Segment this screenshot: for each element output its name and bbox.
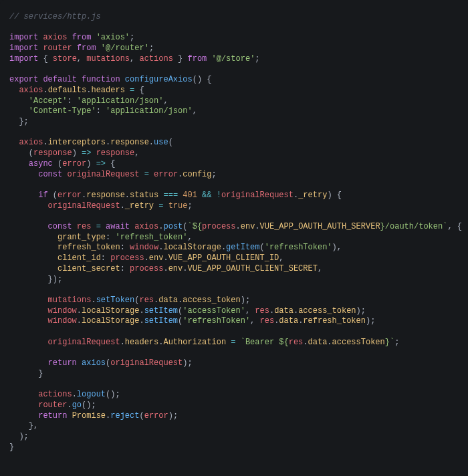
- str: '@/router': [101, 43, 149, 53]
- id: mutations: [86, 54, 130, 64]
- punct: ;: [187, 201, 192, 211]
- kw-import: import: [9, 33, 38, 42]
- id: router: [43, 43, 72, 53]
- punct: (: [29, 148, 33, 158]
- punct: .: [144, 253, 149, 263]
- id: window: [48, 316, 77, 326]
- kw-import: import: [9, 43, 38, 53]
- punct: ,: [163, 96, 168, 106]
- punct: .: [163, 264, 168, 273]
- punct: ;: [394, 338, 399, 347]
- id: res: [139, 295, 154, 305]
- punct: .: [120, 338, 125, 347]
- punct: ,: [245, 306, 255, 316]
- punct: :: [106, 233, 115, 242]
- kw-return: return: [38, 411, 67, 421]
- str: 'refreshToken': [183, 316, 250, 326]
- prop: localStorage: [163, 243, 221, 252]
- punct: ;: [212, 170, 217, 179]
- const: VUE_APP_OAUTH_CLIENT_SECRET: [187, 264, 317, 273]
- prop: data: [274, 306, 294, 316]
- kw-async: async: [29, 159, 53, 168]
- fn: go: [72, 400, 82, 410]
- kw-await: await: [106, 222, 130, 231]
- id: axios: [43, 33, 67, 42]
- prop: config: [183, 170, 211, 179]
- punct: .: [303, 338, 308, 347]
- str: }/oauth/token`: [380, 222, 448, 231]
- fn: logout: [77, 390, 106, 399]
- id: res: [260, 316, 275, 326]
- op: =: [158, 201, 163, 211]
- punct: ;: [255, 54, 259, 64]
- str: 'application/json': [106, 106, 193, 116]
- punct: , {: [447, 222, 462, 231]
- prop: localStorage: [82, 306, 139, 316]
- prop: refresh_token: [303, 316, 366, 326]
- punct: }: [9, 443, 14, 452]
- str: 'refreshToken': [265, 243, 332, 252]
- prop: access_token: [298, 306, 356, 316]
- const: VUE_APP_OAUTH_CLIENT_ID: [168, 253, 279, 263]
- punct: ,: [279, 253, 283, 263]
- punct: ,: [250, 316, 259, 326]
- prop: localStorage: [82, 316, 139, 326]
- id: actions: [139, 54, 172, 64]
- punct: {: [43, 54, 52, 64]
- punct: ,: [187, 233, 192, 242]
- punct: );: [19, 432, 28, 441]
- kw-from: from: [77, 43, 96, 53]
- builtin: Promise: [72, 411, 106, 421]
- prop: status: [130, 191, 158, 200]
- punct: .: [139, 316, 144, 326]
- punct: (: [168, 138, 173, 147]
- punct: );: [356, 306, 366, 316]
- punct: }: [38, 369, 43, 378]
- op: =: [130, 86, 134, 95]
- punct: ,: [193, 106, 197, 116]
- punct: .: [255, 222, 259, 231]
- id: error: [154, 170, 178, 179]
- punct: .: [163, 253, 168, 263]
- id: axios: [134, 222, 158, 231]
- punct: .: [236, 222, 241, 231]
- fn: axios: [82, 358, 106, 368]
- str: 'Accept': [29, 96, 68, 106]
- prop: refresh_token: [57, 243, 120, 252]
- str: `Bearer ${: [241, 338, 289, 347]
- code-editor: // services/http.js import axios from 'a…: [0, 0, 468, 476]
- punct: );: [183, 358, 192, 368]
- prop: env: [241, 222, 255, 231]
- punct: () {: [193, 75, 212, 84]
- fn: post: [163, 222, 183, 231]
- op: =: [96, 222, 101, 231]
- punct: :: [67, 96, 76, 106]
- punct: :: [101, 253, 110, 263]
- punct: ) {: [327, 191, 342, 200]
- punct: .: [139, 306, 144, 316]
- punct: ): [86, 159, 96, 168]
- bool: true: [168, 201, 188, 211]
- id: error: [57, 191, 82, 200]
- punct: ,: [77, 54, 86, 64]
- punct: .: [91, 295, 96, 305]
- punct: .: [149, 138, 154, 147]
- kw-if: if: [38, 191, 47, 200]
- id: response: [96, 148, 135, 158]
- prop: client_id: [57, 253, 101, 263]
- param: error: [62, 159, 86, 168]
- punct: (: [183, 222, 187, 231]
- op: ===: [163, 191, 178, 200]
- punct: .: [327, 338, 332, 347]
- punct: },: [29, 421, 38, 431]
- punct: {: [110, 159, 115, 168]
- kw-return: return: [48, 358, 77, 368]
- punct: ,: [130, 54, 139, 64]
- punct: .: [43, 138, 47, 147]
- punct: {: [139, 86, 144, 95]
- prop: headers: [91, 86, 124, 95]
- id: originalRequest: [221, 191, 294, 200]
- str: }`: [385, 338, 394, 347]
- punct: );: [366, 316, 375, 326]
- prop: _retry: [298, 191, 327, 200]
